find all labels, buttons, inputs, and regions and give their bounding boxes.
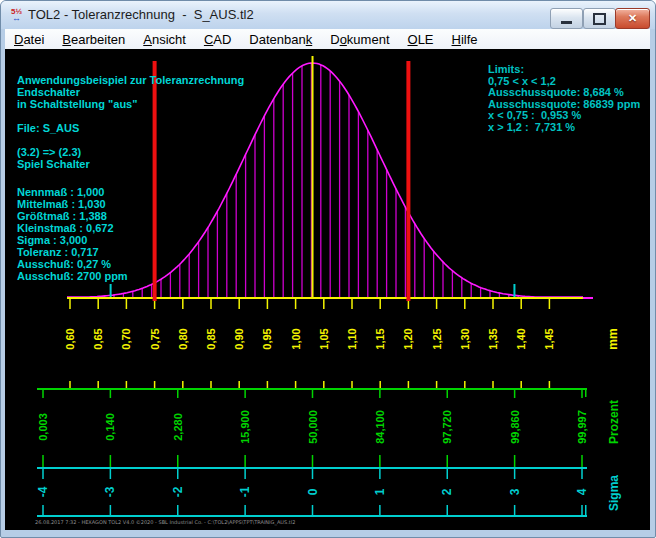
sigma-tick-label: 1 [372,477,388,507]
text-line: Ausschuß: 0,27 % [17,258,128,270]
x-axis-tick [295,299,297,309]
percent-axis-minor-tick [126,381,128,388]
limits-block: Limits:0,75 < x < 1,2Ausschussquote: 8,6… [488,64,640,133]
x-axis-tick [351,299,353,309]
text-line: Mittelmaß : 1,030 [17,198,128,210]
percent-axis-tick [312,390,314,398]
sigma-tick-label: 2 [439,477,455,507]
x-tick-label: 1,45 [541,317,557,361]
x-axis-tick [379,299,381,309]
text-line: Nennmaß : 1,000 [17,186,128,198]
text-line: Limits: [488,64,640,76]
x-tick-label: 1,30 [457,317,473,361]
percent-axis-minor-tick [97,381,99,388]
percent-label-stub [312,455,314,467]
x-tick-label: 1,20 [400,317,416,361]
text-line [17,110,244,122]
percent-axis-end-tick [585,390,587,397]
x-tick-label: 0,60 [62,317,78,361]
percent-axis-minor-tick [267,381,269,388]
x-axis-tick [210,299,212,309]
percent-tick-label: 97,720 [439,399,455,455]
percent-tick-label: 2,280 [170,399,186,455]
percent-label-stub [514,455,516,467]
description-block: Anwendungsbeispiel zur ToleranzrechnungE… [17,74,244,170]
text-line: Anwendungsbeispiel zur Toleranzrechnung [17,74,244,86]
percent-label-stub [177,455,179,467]
percent-axis-tick [447,390,449,398]
x-tick-label: 1,05 [316,317,332,361]
x-tick-label: 0,75 [147,317,163,361]
sigma-axis-top-line [37,467,587,469]
stats-block: Nennmaß : 1,000Mittelmaß : 1,030Größtmaß… [17,186,128,282]
x-axis-tick [182,299,184,309]
x-axis-tick [464,299,466,309]
percent-label-stub [581,455,583,467]
percent-axis-minor-tick [351,381,353,388]
text-line: Toleranz : 0,717 [17,246,128,258]
percent-axis-minor-tick [295,381,297,388]
percent-axis-minor-tick [154,381,156,388]
text-line: Ausschussquote: 8,684 % [488,87,640,99]
x-axis-unit-label: mm [605,324,621,354]
sigma-tick-label: -2 [170,477,186,507]
x-tick-label: 0,95 [259,317,275,361]
x-tick-label: 1,25 [429,317,445,361]
text-line: Spiel Schalter [17,158,244,170]
percent-axis-minor-tick [210,381,212,388]
text-line: (3.2) => (2.3) [17,146,244,158]
text-line: Größtmaß : 1,388 [17,210,128,222]
x-tick-label: 1,15 [372,317,388,361]
percent-tick-label: 50,000 [305,399,321,455]
x-axis-tick [436,299,438,309]
percent-axis-tick [110,390,112,398]
percent-axis-tick [514,390,516,398]
percent-axis-tick [581,390,583,398]
percent-axis-tick [42,390,44,398]
percent-axis-minor-tick [69,381,71,388]
text-line: x < 0,75 : 0,953 % [488,110,640,122]
percent-axis-minor-tick [182,381,184,388]
percent-axis-tick [379,390,381,398]
x-axis-tick [238,299,240,309]
x-axis-tick [126,299,128,309]
x-tick-label: 1,40 [513,317,529,361]
x-tick-label: 1,10 [344,317,360,361]
percent-axis-minor-tick [520,381,522,388]
percent-label-stub [244,455,246,467]
percent-axis-minor-tick [492,381,494,388]
percent-axis-minor-tick [436,381,438,388]
x-axis-tick [549,299,551,309]
text-line: Ausschuß: 2700 ppm [17,270,128,282]
x-tick-label: 1,00 [288,317,304,361]
percent-label-stub [110,455,112,467]
percent-axis-minor-tick [408,381,410,388]
sigma-tick-label: 4 [574,477,590,507]
sigma-tick-label: 3 [507,477,523,507]
percent-axis-minor-tick [549,381,551,388]
sigma-axis-unit-label: Sigma [606,466,622,520]
x-tick-label: 0,70 [118,317,134,361]
percent-axis-minor-tick [238,381,240,388]
x-tick-label: 0,80 [175,317,191,361]
x-axis-line [67,297,583,299]
groesstmass-marker [513,284,515,297]
text-line: Endschalter [17,86,244,98]
x-tick-label: 0,90 [231,317,247,361]
sigma-tick-label: -4 [35,477,51,507]
x-tick-label: 0,65 [90,317,106,361]
percent-label-stub [42,455,44,467]
percent-axis-tick [244,390,246,398]
percent-axis-line [37,388,587,390]
text-line: Kleinstmaß : 0,672 [17,222,128,234]
x-axis-tick [520,299,522,309]
x-axis-tick [69,299,71,309]
percent-tick-label: 84,100 [372,399,388,455]
x-axis-end-cap [583,297,593,299]
text-line [17,134,244,146]
percent-axis-minor-tick [379,381,381,388]
percent-label-stub [447,455,449,467]
text-line: Sigma : 3,000 [17,234,128,246]
upper-limit-line [406,61,410,301]
percent-tick-label: 15,900 [237,399,253,455]
